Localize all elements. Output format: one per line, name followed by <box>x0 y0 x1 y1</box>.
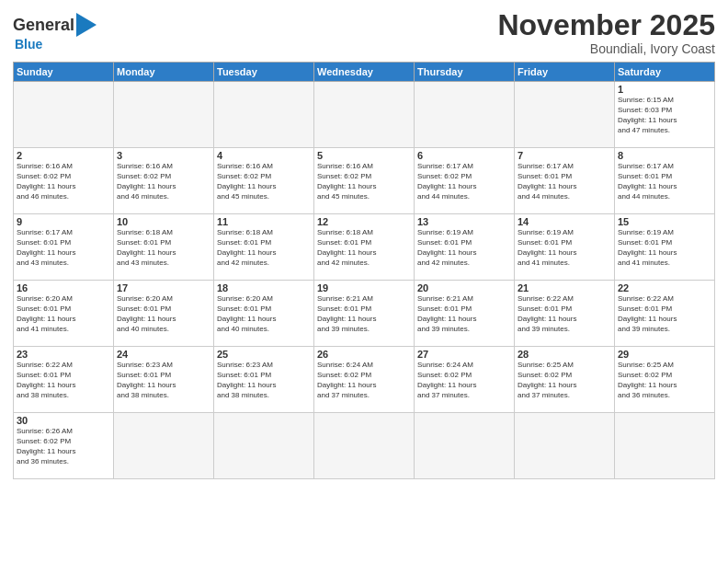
day-number: 20 <box>417 282 511 293</box>
day-info: Sunrise: 6:17 AM Sunset: 6:02 PM Dayligh… <box>417 162 511 201</box>
day-info: Sunrise: 6:23 AM Sunset: 6:01 PM Dayligh… <box>217 361 311 400</box>
calendar-cell: 1Sunrise: 6:15 AM Sunset: 6:03 PM Daylig… <box>615 82 715 148</box>
day-number: 18 <box>217 282 311 293</box>
day-number: 21 <box>518 282 611 293</box>
calendar-cell <box>314 413 415 479</box>
day-info: Sunrise: 6:25 AM Sunset: 6:02 PM Dayligh… <box>518 361 611 400</box>
calendar-cell: 5Sunrise: 6:16 AM Sunset: 6:02 PM Daylig… <box>314 148 415 214</box>
calendar-cell: 24Sunrise: 6:23 AM Sunset: 6:01 PM Dayli… <box>114 347 214 413</box>
day-info: Sunrise: 6:18 AM Sunset: 6:01 PM Dayligh… <box>317 228 411 268</box>
day-number: 4 <box>217 150 311 161</box>
day-number: 17 <box>117 282 210 293</box>
logo: General Blue <box>13 13 97 52</box>
day-info: Sunrise: 6:24 AM Sunset: 6:02 PM Dayligh… <box>417 361 511 400</box>
calendar-cell: 11Sunrise: 6:18 AM Sunset: 6:01 PM Dayli… <box>214 214 314 281</box>
calendar-cell: 16Sunrise: 6:20 AM Sunset: 6:01 PM Dayli… <box>14 281 114 347</box>
calendar-cell: 8Sunrise: 6:17 AM Sunset: 6:01 PM Daylig… <box>615 148 715 214</box>
day-info: Sunrise: 6:21 AM Sunset: 6:01 PM Dayligh… <box>317 294 411 334</box>
day-number: 29 <box>618 349 711 360</box>
day-number: 1 <box>618 84 711 95</box>
day-number: 12 <box>317 216 411 227</box>
day-info: Sunrise: 6:16 AM Sunset: 6:02 PM Dayligh… <box>217 162 311 201</box>
month-title: November 2025 <box>497 9 715 41</box>
day-number: 7 <box>518 150 611 161</box>
calendar-cell <box>415 82 515 148</box>
calendar-cell: 21Sunrise: 6:22 AM Sunset: 6:01 PM Dayli… <box>515 281 615 347</box>
col-saturday: Saturday <box>615 63 715 82</box>
day-number: 25 <box>217 349 311 360</box>
calendar-cell: 22Sunrise: 6:22 AM Sunset: 6:01 PM Dayli… <box>615 281 715 347</box>
calendar-cell: 23Sunrise: 6:22 AM Sunset: 6:01 PM Dayli… <box>14 347 114 413</box>
col-monday: Monday <box>114 63 214 82</box>
calendar-cell: 9Sunrise: 6:17 AM Sunset: 6:01 PM Daylig… <box>14 214 114 281</box>
day-info: Sunrise: 6:21 AM Sunset: 6:01 PM Dayligh… <box>417 294 511 334</box>
col-sunday: Sunday <box>14 63 114 82</box>
calendar-header-row: Sunday Monday Tuesday Wednesday Thursday… <box>14 63 715 82</box>
day-number: 28 <box>518 349 611 360</box>
day-number: 11 <box>217 216 311 227</box>
day-number: 16 <box>17 282 110 293</box>
calendar-cell: 10Sunrise: 6:18 AM Sunset: 6:01 PM Dayli… <box>114 214 214 281</box>
day-number: 26 <box>317 349 411 360</box>
calendar-cell: 4Sunrise: 6:16 AM Sunset: 6:02 PM Daylig… <box>214 148 314 214</box>
calendar-cell: 6Sunrise: 6:17 AM Sunset: 6:02 PM Daylig… <box>415 148 515 214</box>
day-info: Sunrise: 6:26 AM Sunset: 6:02 PM Dayligh… <box>17 427 110 466</box>
day-info: Sunrise: 6:20 AM Sunset: 6:01 PM Dayligh… <box>117 294 210 334</box>
calendar-cell: 30Sunrise: 6:26 AM Sunset: 6:02 PM Dayli… <box>14 413 114 479</box>
day-info: Sunrise: 6:19 AM Sunset: 6:01 PM Dayligh… <box>518 228 611 268</box>
day-number: 3 <box>117 150 210 161</box>
calendar-cell: 27Sunrise: 6:24 AM Sunset: 6:02 PM Dayli… <box>415 347 515 413</box>
col-friday: Friday <box>515 63 615 82</box>
day-info: Sunrise: 6:23 AM Sunset: 6:01 PM Dayligh… <box>117 361 210 400</box>
day-number: 19 <box>317 282 411 293</box>
header: General Blue November 2025 Boundiali, Iv… <box>13 9 715 56</box>
calendar-cell <box>515 82 615 148</box>
day-number: 9 <box>17 216 110 227</box>
day-info: Sunrise: 6:16 AM Sunset: 6:02 PM Dayligh… <box>117 162 210 201</box>
calendar-cell: 14Sunrise: 6:19 AM Sunset: 6:01 PM Dayli… <box>515 214 615 281</box>
calendar-cell: 15Sunrise: 6:19 AM Sunset: 6:01 PM Dayli… <box>615 214 715 281</box>
day-info: Sunrise: 6:16 AM Sunset: 6:02 PM Dayligh… <box>17 162 110 201</box>
day-info: Sunrise: 6:24 AM Sunset: 6:02 PM Dayligh… <box>317 361 411 400</box>
day-info: Sunrise: 6:25 AM Sunset: 6:02 PM Dayligh… <box>618 361 711 400</box>
calendar-cell: 7Sunrise: 6:17 AM Sunset: 6:01 PM Daylig… <box>515 148 615 214</box>
day-info: Sunrise: 6:20 AM Sunset: 6:01 PM Dayligh… <box>17 294 110 334</box>
calendar-cell: 29Sunrise: 6:25 AM Sunset: 6:02 PM Dayli… <box>615 347 715 413</box>
logo-triangle-icon <box>76 13 97 37</box>
calendar-cell <box>314 82 415 148</box>
title-area: November 2025 Boundiali, Ivory Coast <box>497 9 715 56</box>
day-info: Sunrise: 6:15 AM Sunset: 6:03 PM Dayligh… <box>618 96 711 135</box>
col-tuesday: Tuesday <box>214 63 314 82</box>
day-info: Sunrise: 6:19 AM Sunset: 6:01 PM Dayligh… <box>417 228 511 268</box>
calendar-cell: 28Sunrise: 6:25 AM Sunset: 6:02 PM Dayli… <box>515 347 615 413</box>
calendar-cell: 13Sunrise: 6:19 AM Sunset: 6:01 PM Dayli… <box>415 214 515 281</box>
day-info: Sunrise: 6:18 AM Sunset: 6:01 PM Dayligh… <box>117 228 210 268</box>
day-number: 24 <box>117 349 210 360</box>
calendar: Sunday Monday Tuesday Wednesday Thursday… <box>13 62 715 479</box>
day-number: 30 <box>17 415 110 426</box>
calendar-cell <box>515 413 615 479</box>
day-number: 8 <box>618 150 711 161</box>
day-info: Sunrise: 6:20 AM Sunset: 6:01 PM Dayligh… <box>217 294 311 334</box>
calendar-cell <box>415 413 515 479</box>
calendar-cell: 26Sunrise: 6:24 AM Sunset: 6:02 PM Dayli… <box>314 347 415 413</box>
calendar-cell: 17Sunrise: 6:20 AM Sunset: 6:01 PM Dayli… <box>114 281 214 347</box>
day-number: 22 <box>618 282 711 293</box>
location: Boundiali, Ivory Coast <box>497 41 715 56</box>
day-number: 6 <box>417 150 511 161</box>
day-number: 23 <box>17 349 110 360</box>
day-info: Sunrise: 6:17 AM Sunset: 6:01 PM Dayligh… <box>17 228 110 268</box>
calendar-cell: 12Sunrise: 6:18 AM Sunset: 6:01 PM Dayli… <box>314 214 415 281</box>
calendar-cell: 20Sunrise: 6:21 AM Sunset: 6:01 PM Dayli… <box>415 281 515 347</box>
day-info: Sunrise: 6:17 AM Sunset: 6:01 PM Dayligh… <box>518 162 611 201</box>
page: General Blue November 2025 Boundiali, Iv… <box>0 0 728 563</box>
day-info: Sunrise: 6:22 AM Sunset: 6:01 PM Dayligh… <box>17 361 110 400</box>
day-number: 27 <box>417 349 511 360</box>
day-number: 5 <box>317 150 411 161</box>
calendar-cell: 19Sunrise: 6:21 AM Sunset: 6:01 PM Dayli… <box>314 281 415 347</box>
calendar-cell <box>214 413 314 479</box>
day-info: Sunrise: 6:16 AM Sunset: 6:02 PM Dayligh… <box>317 162 411 201</box>
day-number: 10 <box>117 216 210 227</box>
day-number: 14 <box>518 216 611 227</box>
calendar-cell <box>114 82 214 148</box>
